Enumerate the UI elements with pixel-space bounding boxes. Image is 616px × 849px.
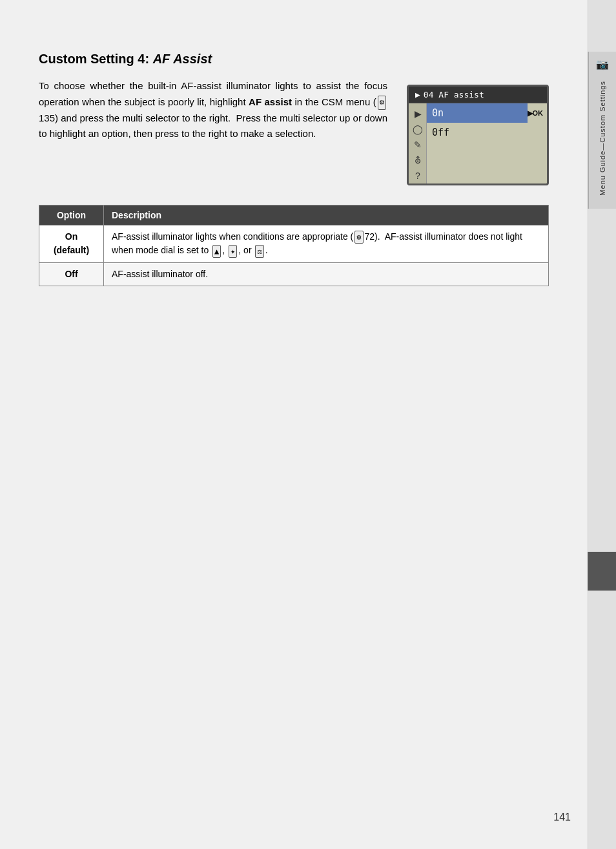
right-sidebar: 📷 Menu Guide—Custom Settings	[588, 0, 616, 849]
table-row: On(default) AF-assist illuminator lights…	[39, 225, 549, 263]
col-header-option: Option	[39, 205, 104, 225]
cam-icon-2: ◯	[409, 121, 427, 137]
sidebar-label: Menu Guide—Custom Settings	[595, 74, 610, 202]
camera-menu-off: 0ff	[427, 123, 547, 142]
play-icon: ▶	[415, 90, 420, 100]
camera-ok: ▶OK	[528, 109, 548, 118]
camera-header-label: 04 AF assist	[424, 90, 484, 100]
sidebar-camera-icon: 📷	[596, 58, 609, 70]
camera-row-on: 0n ▶OK	[427, 103, 547, 123]
description-text: To choose whether the built-in AF-assist…	[39, 78, 387, 185]
camera-screen-body: ▶ ◯ ✎ ⛢ ? 0n ▶OK	[409, 103, 547, 183]
page-title: Custom Setting 4: AF Assist	[39, 52, 549, 67]
option-on-description: AF-assist illuminator lights when condit…	[104, 225, 549, 263]
camera-screen-header: ▶ 04 AF assist	[409, 87, 547, 103]
page-number: 141	[553, 812, 571, 823]
table-row: Off AF-assist illuminator off.	[39, 262, 549, 286]
title-prefix: Custom Setting 4:	[39, 52, 153, 66]
title-italic: AF Assist	[153, 52, 212, 66]
table-header-row: Option Description	[39, 205, 549, 225]
camera-row-off: 0ff	[427, 123, 547, 142]
cam-icon-1: ▶	[409, 106, 427, 121]
sidebar-tab: 📷 Menu Guide—Custom Settings	[588, 52, 616, 209]
camera-menu-items: 0n ▶OK 0ff	[427, 103, 547, 183]
option-off-label: Off	[39, 262, 104, 286]
cam-icon-4: ⛢	[409, 152, 427, 168]
camera-menu-on: 0n	[427, 103, 528, 123]
cam-icon-3: ✎	[409, 137, 427, 152]
option-off-description: AF-assist illuminator off.	[104, 262, 549, 286]
option-on-label: On(default)	[39, 225, 104, 263]
camera-layout: ▶ ◯ ✎ ⛢ ? 0n ▶OK	[409, 103, 547, 183]
col-header-description: Description	[104, 205, 549, 225]
main-content: Custom Setting 4: AF Assist To choose wh…	[0, 0, 588, 849]
camera-empty-space	[427, 142, 547, 168]
options-table: Option Description On(default) AF-assist…	[39, 205, 549, 286]
sidebar-dark-block	[588, 552, 616, 591]
cam-icon-5: ?	[409, 168, 427, 183]
top-section: To choose whether the built-in AF-assist…	[39, 78, 549, 185]
camera-icon-column: ▶ ◯ ✎ ⛢ ?	[409, 103, 427, 183]
camera-screen: ▶ 04 AF assist ▶ ◯ ✎ ⛢ ?	[407, 85, 549, 185]
